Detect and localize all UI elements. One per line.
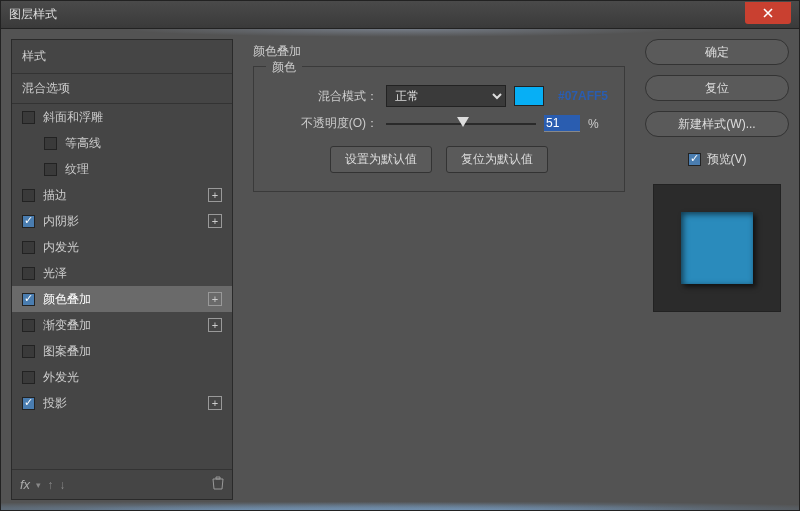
slider-thumb-icon[interactable] xyxy=(457,117,469,127)
style-item[interactable]: 斜面和浮雕 xyxy=(12,104,232,130)
reset-button[interactable]: 复位 xyxy=(645,75,789,101)
style-item[interactable]: 纹理 xyxy=(12,156,232,182)
opacity-row: 不透明度(O)： % xyxy=(268,115,610,132)
move-up-icon[interactable]: ↑ xyxy=(47,478,53,492)
style-item-label: 等高线 xyxy=(65,135,222,152)
style-item[interactable]: 内发光 xyxy=(12,234,232,260)
new-style-button[interactable]: 新建样式(W)... xyxy=(645,111,789,137)
opacity-label: 不透明度(O)： xyxy=(268,115,378,132)
style-item-label: 图案叠加 xyxy=(43,343,222,360)
style-checkbox[interactable] xyxy=(44,163,57,176)
close-button[interactable] xyxy=(745,2,791,24)
preview-box xyxy=(653,184,781,312)
style-checkbox[interactable] xyxy=(22,189,35,202)
styles-panel: 样式 混合选项 斜面和浮雕等高线纹理描边+内阴影+内发光光泽颜色叠加+渐变叠加+… xyxy=(11,39,233,500)
style-list: 斜面和浮雕等高线纹理描边+内阴影+内发光光泽颜色叠加+渐变叠加+图案叠加外发光投… xyxy=(12,104,232,469)
preview-label: 预览(V) xyxy=(707,151,747,168)
style-checkbox[interactable] xyxy=(22,319,35,332)
styles-footer: fx ▾ ↑ ↓ xyxy=(12,469,232,499)
add-effect-icon[interactable]: + xyxy=(208,214,222,228)
ok-button[interactable]: 确定 xyxy=(645,39,789,65)
move-down-icon[interactable]: ↓ xyxy=(59,478,65,492)
trash-icon[interactable] xyxy=(212,476,224,493)
style-checkbox[interactable] xyxy=(22,111,35,124)
style-item-label: 颜色叠加 xyxy=(43,291,208,308)
dropdown-mini-icon[interactable]: ▾ xyxy=(36,480,41,490)
window-title: 图层样式 xyxy=(9,6,745,23)
style-item-label: 外发光 xyxy=(43,369,222,386)
style-item[interactable]: 投影+ xyxy=(12,390,232,416)
opacity-input[interactable] xyxy=(544,115,580,132)
style-item-label: 纹理 xyxy=(65,161,222,178)
style-checkbox[interactable] xyxy=(22,371,35,384)
preview-swatch xyxy=(681,212,753,284)
settings-panel: 颜色叠加 颜色 混合模式： 正常 #07AFF5 不透明度(O)： xyxy=(243,39,635,500)
style-item-label: 描边 xyxy=(43,187,208,204)
style-item[interactable]: 描边+ xyxy=(12,182,232,208)
set-default-button[interactable]: 设置为默认值 xyxy=(330,146,432,173)
add-effect-icon[interactable]: + xyxy=(208,396,222,410)
style-item[interactable]: 光泽 xyxy=(12,260,232,286)
style-item[interactable]: 等高线 xyxy=(12,130,232,156)
layer-style-dialog: 图层样式 样式 混合选项 斜面和浮雕等高线纹理描边+内阴影+内发光光泽颜色叠加+… xyxy=(0,0,800,511)
style-item[interactable]: 颜色叠加+ xyxy=(12,286,232,312)
style-checkbox[interactable] xyxy=(22,397,35,410)
style-checkbox[interactable] xyxy=(22,267,35,280)
style-item-label: 斜面和浮雕 xyxy=(43,109,222,126)
style-item[interactable]: 渐变叠加+ xyxy=(12,312,232,338)
style-item-label: 渐变叠加 xyxy=(43,317,208,334)
blend-mode-select[interactable]: 正常 xyxy=(386,85,506,107)
blend-options-heading[interactable]: 混合选项 xyxy=(12,73,232,104)
color-fieldset: 颜色 混合模式： 正常 #07AFF5 不透明度(O)： xyxy=(253,66,625,192)
style-item[interactable]: 外发光 xyxy=(12,364,232,390)
add-effect-icon[interactable]: + xyxy=(208,318,222,332)
preview-checkbox-row[interactable]: 预览(V) xyxy=(645,151,789,168)
style-item-label: 投影 xyxy=(43,395,208,412)
color-swatch[interactable] xyxy=(514,86,544,106)
dialog-body: 样式 混合选项 斜面和浮雕等高线纹理描边+内阴影+内发光光泽颜色叠加+渐变叠加+… xyxy=(1,29,799,510)
style-item[interactable]: 内阴影+ xyxy=(12,208,232,234)
style-item-label: 内阴影 xyxy=(43,213,208,230)
fx-label[interactable]: fx xyxy=(20,477,30,492)
style-checkbox[interactable] xyxy=(22,241,35,254)
close-icon xyxy=(763,8,773,18)
right-panel: 确定 复位 新建样式(W)... 预览(V) xyxy=(645,39,789,500)
section-title: 颜色叠加 xyxy=(253,43,625,60)
reset-default-button[interactable]: 复位为默认值 xyxy=(446,146,548,173)
styles-heading[interactable]: 样式 xyxy=(12,40,232,73)
fieldset-legend: 颜色 xyxy=(266,59,302,76)
opacity-unit: % xyxy=(588,117,599,131)
add-effect-icon[interactable]: + xyxy=(208,292,222,306)
blend-mode-row: 混合模式： 正常 #07AFF5 xyxy=(268,85,610,107)
style-item-label: 内发光 xyxy=(43,239,222,256)
add-effect-icon[interactable]: + xyxy=(208,188,222,202)
style-checkbox[interactable] xyxy=(44,137,57,150)
titlebar[interactable]: 图层样式 xyxy=(1,1,799,29)
style-checkbox[interactable] xyxy=(22,345,35,358)
style-checkbox[interactable] xyxy=(22,215,35,228)
style-item-label: 光泽 xyxy=(43,265,222,282)
default-buttons-row: 设置为默认值 复位为默认值 xyxy=(268,146,610,173)
style-checkbox[interactable] xyxy=(22,293,35,306)
style-item[interactable]: 图案叠加 xyxy=(12,338,232,364)
blend-mode-label: 混合模式： xyxy=(268,88,378,105)
opacity-slider[interactable] xyxy=(386,116,536,132)
preview-checkbox[interactable] xyxy=(688,153,701,166)
hex-value: #07AFF5 xyxy=(558,89,608,103)
